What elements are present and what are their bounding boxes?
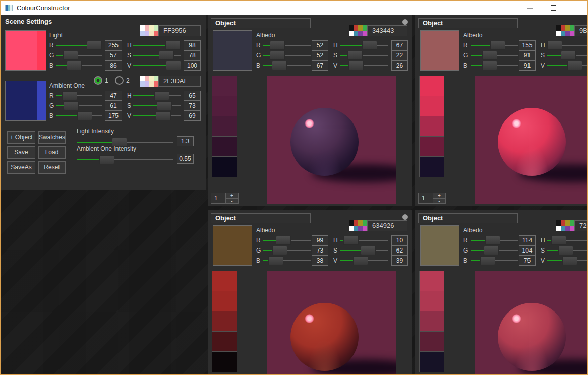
palette-icon[interactable] bbox=[556, 220, 574, 231]
albedo-b-value[interactable]: 91 bbox=[519, 60, 536, 71]
shade-swatch[interactable] bbox=[212, 271, 237, 291]
albedo-hex-input[interactable]: 634926 bbox=[367, 220, 407, 231]
shade-swatch[interactable] bbox=[212, 76, 237, 96]
save-button[interactable]: Save bbox=[7, 146, 35, 159]
albedo-g-slider[interactable] bbox=[263, 50, 311, 60]
albedo-b-value[interactable]: 75 bbox=[519, 256, 536, 266]
ambient-b-value[interactable]: 175 bbox=[105, 111, 122, 121]
albedo-v-slider[interactable] bbox=[340, 60, 388, 71]
albedo-b-slider[interactable] bbox=[471, 256, 518, 266]
swatches-button[interactable]: Swatches bbox=[38, 131, 66, 144]
light-h-value[interactable]: 98 bbox=[184, 40, 201, 50]
albedo-v-slider[interactable] bbox=[547, 256, 588, 266]
object-title-input[interactable]: Object bbox=[418, 213, 518, 223]
ambient-radio-2[interactable] bbox=[115, 76, 124, 85]
albedo-g-slider[interactable] bbox=[471, 50, 518, 60]
albedo-color-swatch[interactable] bbox=[213, 30, 252, 71]
light-color-swatch[interactable] bbox=[5, 30, 46, 71]
ambient-h-value[interactable]: 65 bbox=[184, 91, 201, 101]
light-v-value[interactable]: 100 bbox=[184, 60, 201, 71]
ambient-g-slider[interactable] bbox=[56, 101, 102, 111]
shade-swatch-column[interactable] bbox=[419, 271, 444, 372]
albedo-h-slider[interactable] bbox=[340, 40, 388, 50]
albedo-g-value[interactable]: 104 bbox=[519, 245, 536, 256]
ambient-h-slider[interactable] bbox=[133, 91, 181, 101]
shade-swatch[interactable] bbox=[212, 157, 237, 177]
ambient-g-value[interactable]: 61 bbox=[105, 101, 122, 111]
close-button[interactable] bbox=[565, 0, 588, 15]
albedo-h-value[interactable]: 10 bbox=[391, 235, 408, 245]
albedo-b-slider[interactable] bbox=[471, 60, 518, 71]
light-g-slider[interactable] bbox=[56, 50, 102, 60]
load-button[interactable]: Load bbox=[38, 146, 66, 159]
palette-icon[interactable] bbox=[140, 25, 158, 36]
albedo-s-slider[interactable] bbox=[547, 50, 588, 60]
albedo-hex-input[interactable]: 72684B bbox=[574, 220, 588, 231]
light-b-value[interactable]: 86 bbox=[105, 60, 122, 71]
save-as-button[interactable]: SaveAs bbox=[7, 161, 35, 174]
ambient-intensity-value[interactable]: 0.55 bbox=[177, 154, 194, 164]
palette-icon[interactable] bbox=[140, 76, 158, 87]
spinner-value[interactable]: 1 bbox=[418, 193, 433, 204]
shade-swatch[interactable] bbox=[420, 157, 444, 177]
albedo-h-slider[interactable] bbox=[547, 40, 588, 50]
object-status-dot[interactable] bbox=[402, 214, 408, 220]
palette-icon[interactable] bbox=[349, 220, 367, 231]
albedo-color-swatch[interactable] bbox=[213, 225, 252, 266]
albedo-s-slider[interactable] bbox=[547, 245, 588, 256]
light-s-slider[interactable] bbox=[133, 50, 181, 60]
spinner-value[interactable]: 1 bbox=[211, 193, 226, 204]
ambient-b-slider[interactable] bbox=[56, 111, 102, 121]
shade-swatch[interactable] bbox=[212, 332, 237, 352]
albedo-r-value[interactable]: 155 bbox=[519, 40, 536, 50]
minimize-button[interactable] bbox=[518, 0, 542, 15]
albedo-b-value[interactable]: 67 bbox=[312, 60, 328, 71]
light-r-value[interactable]: 255 bbox=[105, 40, 122, 50]
shade-swatch[interactable] bbox=[212, 116, 237, 137]
light-v-slider[interactable] bbox=[133, 60, 181, 71]
light-g-value[interactable]: 57 bbox=[105, 50, 122, 60]
ambient-intensity-slider[interactable] bbox=[77, 155, 173, 165]
ambient-radio-1[interactable] bbox=[94, 76, 102, 85]
shade-swatch[interactable] bbox=[420, 116, 444, 137]
shade-swatch[interactable] bbox=[212, 311, 237, 332]
shade-swatch[interactable] bbox=[212, 291, 237, 311]
shade-swatch[interactable] bbox=[420, 352, 444, 372]
ambient-v-value[interactable]: 69 bbox=[184, 111, 201, 121]
light-s-value[interactable]: 78 bbox=[184, 50, 201, 60]
object-status-dot[interactable] bbox=[402, 19, 408, 25]
albedo-color-swatch[interactable] bbox=[420, 225, 459, 266]
albedo-r-slider[interactable] bbox=[263, 40, 311, 50]
reset-button[interactable]: Reset bbox=[38, 161, 66, 174]
object-title-input[interactable]: Object bbox=[211, 18, 311, 28]
shade-swatch-column[interactable] bbox=[212, 271, 237, 372]
spinner-increment-button[interactable]: + bbox=[433, 193, 445, 199]
albedo-v-value[interactable]: 26 bbox=[391, 60, 408, 71]
light-h-slider[interactable] bbox=[133, 40, 181, 50]
palette-icon[interactable] bbox=[349, 25, 367, 36]
albedo-v-value[interactable]: 39 bbox=[391, 256, 408, 266]
albedo-b-slider[interactable] bbox=[263, 60, 311, 71]
light-r-slider[interactable] bbox=[56, 40, 102, 50]
albedo-h-slider[interactable] bbox=[547, 235, 588, 245]
shade-swatch[interactable] bbox=[212, 96, 237, 116]
object-title-input[interactable]: Object bbox=[211, 213, 311, 223]
ambient-r-slider[interactable] bbox=[56, 91, 102, 101]
albedo-b-value[interactable]: 38 bbox=[312, 256, 328, 266]
albedo-s-slider[interactable] bbox=[340, 50, 388, 60]
add-object-button[interactable]: + Object bbox=[7, 131, 35, 144]
albedo-r-value[interactable]: 52 bbox=[312, 40, 328, 50]
albedo-r-value[interactable]: 114 bbox=[519, 235, 536, 245]
albedo-r-slider[interactable] bbox=[263, 235, 311, 245]
shade-swatch[interactable] bbox=[420, 311, 444, 332]
albedo-v-slider[interactable] bbox=[340, 256, 388, 266]
palette-icon[interactable] bbox=[556, 25, 574, 36]
albedo-r-slider[interactable] bbox=[471, 40, 518, 50]
shade-swatch[interactable] bbox=[420, 76, 444, 96]
albedo-s-slider[interactable] bbox=[340, 245, 388, 256]
ambient-hex-input[interactable]: 2F3DAF bbox=[158, 76, 201, 87]
light-b-slider[interactable] bbox=[56, 60, 102, 71]
albedo-color-swatch[interactable] bbox=[420, 30, 459, 71]
spinner-increment-button[interactable]: + bbox=[226, 193, 238, 199]
light-hex-input[interactable]: FF3956 bbox=[158, 25, 201, 36]
